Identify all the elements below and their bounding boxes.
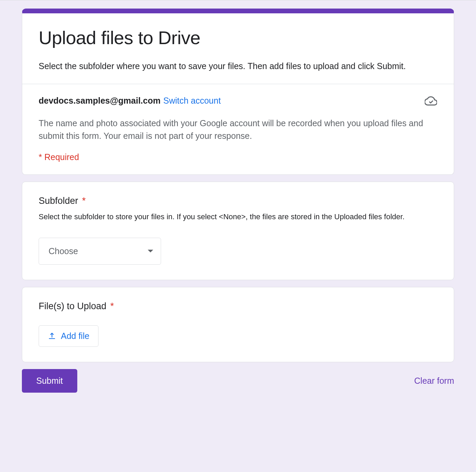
required-asterisk: * [110, 301, 114, 311]
form-title: Upload files to Drive [39, 26, 437, 50]
add-file-button[interactable]: Add file [39, 325, 98, 347]
header-bottom-section: devdocs.samples@gmail.com Switch account… [22, 84, 454, 174]
required-indicator: * Required [39, 152, 437, 162]
account-info: devdocs.samples@gmail.com Switch account [39, 96, 221, 106]
add-file-label: Add file [61, 331, 89, 341]
question-subfolder-card: Subfolder * Select the subfolder to stor… [22, 182, 454, 280]
required-asterisk: * [82, 196, 86, 206]
form-description: Select the subfolder where you want to s… [39, 60, 437, 72]
files-label-text: File(s) to Upload [39, 301, 106, 311]
subfolder-label-text: Subfolder [39, 196, 78, 206]
account-row: devdocs.samples@gmail.com Switch account [39, 94, 437, 107]
subfolder-dropdown[interactable]: Choose [39, 238, 161, 265]
form-header-card: Upload files to Drive Select the subfold… [22, 9, 454, 175]
submit-button[interactable]: Submit [22, 369, 77, 393]
dropdown-placeholder: Choose [49, 246, 78, 256]
header-top-section: Upload files to Drive Select the subfold… [22, 13, 454, 84]
question-subfolder-label: Subfolder * [39, 196, 437, 206]
cloud-done-icon [424, 94, 437, 107]
question-subfolder-helper: Select the subfolder to store your files… [39, 211, 437, 223]
account-email: devdocs.samples@gmail.com [39, 96, 160, 106]
switch-account-link[interactable]: Switch account [163, 96, 221, 106]
record-notice: The name and photo associated with your … [39, 117, 437, 143]
chevron-down-icon [148, 250, 153, 252]
question-files-card: File(s) to Upload * Add file [22, 287, 454, 362]
form-footer: Submit Clear form [22, 369, 454, 393]
question-files-label: File(s) to Upload * [39, 301, 437, 312]
upload-icon [48, 332, 56, 340]
clear-form-link[interactable]: Clear form [414, 376, 454, 386]
